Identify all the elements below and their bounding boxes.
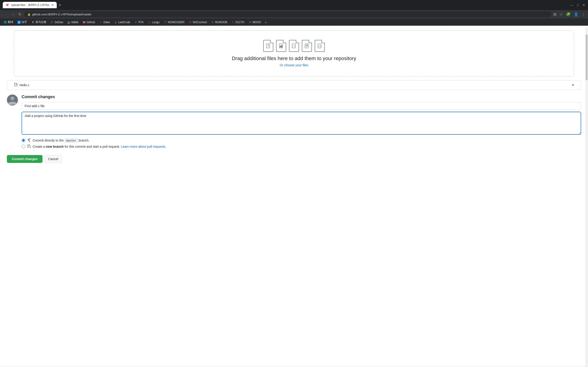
file-item-name: Hello.c [19, 83, 572, 87]
svg-rect-5 [280, 46, 280, 47]
bookmark-zhihu[interactable]: 知 知乎 [16, 19, 29, 25]
minimize-button[interactable]: — [570, 3, 573, 7]
action-buttons: Commit changes Cancel [0, 155, 588, 170]
commit-directly-option: Commit directly to the master branch. [22, 138, 581, 142]
pta-icon: P [134, 21, 138, 24]
reload-button[interactable]: ↻ [17, 12, 22, 17]
commit-changes-button[interactable]: Commit changes [7, 155, 43, 163]
leetcode-icon: L [114, 21, 117, 24]
bookmark-jiamalazi[interactable]: 🎙 喜马拉雅 [29, 19, 48, 25]
branch-name-badge: master [65, 139, 78, 143]
more-bookmarks-button[interactable]: » [263, 20, 268, 25]
lock-icon: 🔒 [27, 13, 31, 16]
url-text: github.com/JERRY-Z-J-R/Test/upload/maste… [32, 13, 92, 16]
bookmark-dedao[interactable]: 🎓 DeDao [49, 20, 65, 25]
browser-titlebar: 🐙 Upload files · JERRY-Z-J-R/Tes ✕ + — □… [0, 0, 588, 10]
bookmark-fanyi[interactable]: 🌐 翻译 [2, 19, 15, 25]
choose-files-link[interactable]: choose your files [284, 63, 308, 67]
commit-branch-icon [27, 138, 31, 142]
cancel-button[interactable]: Cancel [44, 155, 62, 163]
new-branch-radio[interactable] [22, 145, 25, 148]
w3cschool-icon: W [189, 21, 192, 24]
maximize-button[interactable]: □ [577, 3, 579, 7]
new-branch-text: new branch [46, 145, 64, 148]
svg-text:</>: </> [293, 45, 295, 47]
new-tab-button[interactable]: + [59, 2, 61, 8]
file-remove-button[interactable]: × [572, 83, 574, 87]
upload-dropzone[interactable]: </> PDF Dr [14, 30, 574, 77]
commit-section: Commit changes Commit directly to the ma… [0, 90, 588, 155]
zip-file-icon [263, 40, 273, 52]
scrollbar-track[interactable] [585, 27, 588, 365]
browser-chrome: 🐙 Upload files · JERRY-Z-J-R/Tes ✕ + — □… [0, 0, 588, 26]
runoob-icon: R [211, 21, 214, 24]
svg-rect-0 [267, 44, 270, 48]
new-branch-option: Create a new branch for this commit and … [22, 144, 581, 149]
extensions-icon[interactable]: 🧩 [566, 12, 571, 17]
mooc-icon: M [249, 21, 252, 24]
bookmark-leetcode[interactable]: L LeetCode [112, 20, 132, 25]
back-button[interactable]: ← [3, 12, 8, 17]
forward-button[interactable]: → [10, 12, 16, 17]
file-doc-icon [14, 83, 18, 87]
window-controls: — □ ✕ [570, 3, 585, 7]
star-icon[interactable]: ☆ [560, 12, 563, 17]
luogu-icon: L [148, 21, 151, 24]
tab-title: Upload files · JERRY-Z-J-R/Tes [11, 3, 49, 7]
svg-rect-6 [281, 45, 281, 47]
bookmark-gitee[interactable]: G Gitee [97, 20, 112, 25]
commit-summary-input[interactable] [22, 102, 581, 110]
gitee-icon: G [99, 21, 103, 24]
svg-rect-10 [305, 44, 308, 48]
drag-subtitle: Or choose your files [19, 63, 569, 67]
bookmark-runoob[interactable]: R RUNOOB [209, 20, 229, 25]
pdf-file-icon: PDF [315, 40, 325, 52]
bookmark-github[interactable]: 🐙 GitHub [81, 20, 97, 25]
address-bar[interactable]: 🔒 github.com/JERRY-Z-J-R/Test/upload/mas… [24, 11, 552, 17]
zhihu-icon: 知 [17, 21, 21, 24]
text-file-icon [302, 40, 312, 52]
dedao-icon: 🎓 [51, 21, 54, 24]
translate-icon[interactable]: ⊞ [553, 12, 556, 17]
fanyi-icon: 🌐 [4, 21, 7, 24]
close-button[interactable]: ✕ [582, 3, 585, 7]
nowcoder-icon: N [164, 21, 167, 24]
browser-toolbar-icons: ⊞ ☆ 🧩 👤 ⋮ [553, 12, 585, 17]
profile-icon[interactable]: 👤 [574, 12, 578, 17]
bilibili-icon: 📺 [67, 21, 70, 24]
bookmark-pta[interactable]: P PTA [132, 20, 145, 25]
page-content: </> PDF Dr [0, 26, 588, 365]
svg-point-19 [13, 98, 14, 99]
bookmark-mooc[interactable]: M MOOC [247, 20, 263, 25]
bookmarks-bar: 🌐 翻译 知 知乎 🎙 喜马拉雅 🎓 DeDao 📺 bilibili 🐙 Gi… [0, 19, 588, 26]
browser-addressbar: ← → ↻ 🔒 github.com/JERRY-Z-J-R/Test/uplo… [0, 10, 588, 19]
bookmark-w3cschool[interactable]: W W3Cschool [187, 20, 208, 25]
bookmark-51cto[interactable]: 5 51CTO [229, 20, 246, 25]
svg-rect-7 [282, 46, 282, 47]
pull-request-icon [27, 144, 31, 149]
file-item-row: Hello.c × [7, 80, 581, 90]
commit-directly-radio[interactable] [22, 139, 25, 142]
commit-section-title: Commit changes [22, 94, 581, 99]
bookmark-bilibili[interactable]: 📺 bilibili [65, 20, 80, 25]
jiamalazi-icon: 🎙 [31, 21, 35, 24]
code-file-icon: </> [289, 40, 299, 52]
51cto-icon: 5 [231, 21, 234, 24]
tab-close-button[interactable]: ✕ [51, 3, 54, 7]
github-favicon-icon: 🐙 [6, 3, 9, 7]
svg-text:PDF: PDF [318, 45, 321, 47]
commit-description-textarea[interactable] [22, 112, 581, 135]
bookmark-nowcoder[interactable]: N NOWCODER [162, 20, 187, 25]
menu-icon[interactable]: ⋮ [582, 12, 585, 17]
commit-form: Commit changes Commit directly to the ma… [22, 94, 581, 150]
learn-more-link[interactable]: Learn more about pull requests. [121, 145, 166, 148]
scrollbar-thumb[interactable] [586, 34, 588, 80]
chart-file-icon [276, 40, 286, 52]
svg-point-18 [11, 98, 12, 99]
bookmark-luogu[interactable]: L Luogu [146, 20, 161, 25]
browser-tab[interactable]: 🐙 Upload files · JERRY-Z-J-R/Tes ✕ [3, 2, 57, 8]
github-icon: 🐙 [82, 21, 86, 24]
drag-title: Drag additional files here to add them t… [19, 56, 569, 61]
file-type-icons: </> PDF [19, 40, 569, 52]
user-avatar [7, 94, 18, 106]
